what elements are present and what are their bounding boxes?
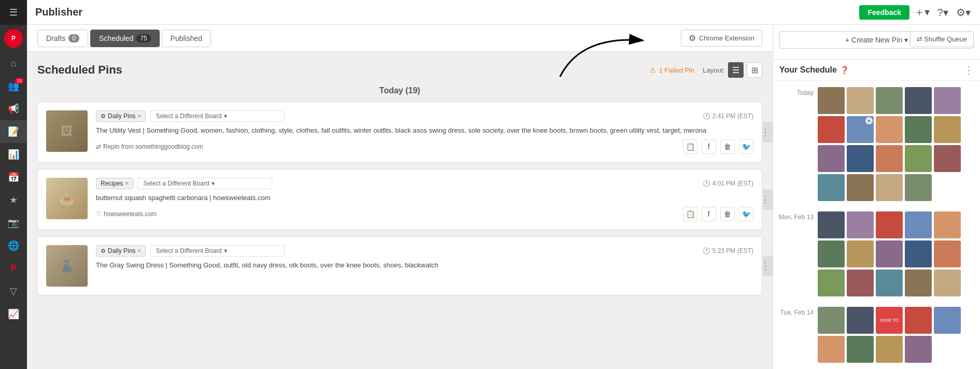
schedule-thumb[interactable] (934, 145, 961, 172)
shuffle-queue-button[interactable]: ⇄ Shuffle Queue (910, 31, 974, 47)
clock-icon: 🕐 (703, 180, 710, 187)
schedule-thumb[interactable] (876, 174, 903, 201)
schedule-thumb[interactable] (905, 174, 932, 201)
sidebar-item-network[interactable]: 🌐 (0, 234, 27, 257)
board-tag[interactable]: ⚙ Daily Pins × (96, 110, 146, 122)
sidebar-item-analytics[interactable]: 📊 (0, 143, 27, 166)
schedule-thumb[interactable] (934, 269, 961, 296)
pin-image: 🍝 (46, 178, 88, 219)
people-badge: 33 (15, 78, 24, 84)
copy-button[interactable]: 📋 (683, 139, 697, 154)
schedule-thumb[interactable] (876, 240, 903, 267)
twitter-share-button[interactable]: 🐦 (739, 139, 753, 154)
day-thumbnails-tue: HOW TO (818, 307, 976, 363)
remove-board-button[interactable]: × (137, 112, 141, 120)
schedule-thumb[interactable] (847, 87, 874, 114)
pin-image: 🖼 (46, 110, 88, 152)
pins-content: Scheduled Pins ⚠ 1 Failed Pin Layout: ☰ (27, 52, 773, 312)
schedule-thumb[interactable] (905, 336, 932, 363)
remove-board-button[interactable]: × (125, 180, 129, 187)
schedule-thumb[interactable] (818, 174, 845, 201)
select-board-button-2[interactable]: Select a Different Board ▾ (137, 178, 272, 189)
failed-pin-badge[interactable]: ⚠ 1 Failed Pin (650, 66, 695, 74)
drag-handle[interactable]: ⋮⋮ (763, 256, 773, 276)
settings-button[interactable]: ⚙▾ (955, 4, 972, 21)
schedule-thumb[interactable] (818, 307, 845, 334)
schedule-thumb[interactable] (818, 240, 845, 267)
sidebar-item-instagram[interactable]: 📷 (0, 211, 27, 234)
schedule-thumb[interactable] (818, 269, 845, 296)
schedule-thumb[interactable] (934, 240, 961, 267)
board-tag[interactable]: Recipes × (96, 178, 133, 189)
remove-board-button[interactable]: × (137, 247, 141, 254)
schedule-thumb[interactable] (905, 87, 932, 114)
schedule-thumb[interactable] (905, 211, 932, 238)
copy-button[interactable]: 📋 (683, 207, 697, 221)
schedule-thumb[interactable] (847, 211, 874, 238)
sidebar-item-campaigns[interactable]: 📢 (0, 97, 27, 120)
schedule-thumb[interactable] (847, 174, 874, 201)
schedule-thumb[interactable] (847, 307, 874, 334)
schedule-thumb[interactable] (876, 116, 903, 143)
twitter-share-button[interactable]: 🐦 (739, 207, 753, 221)
schedule-thumb[interactable] (905, 269, 932, 296)
add-icon: ＋▾ (914, 5, 930, 19)
sidebar-item-pinterest[interactable]: P (0, 257, 27, 280)
schedule-thumb[interactable] (934, 211, 961, 238)
schedule-thumb[interactable] (876, 211, 903, 238)
schedule-thumb[interactable] (934, 307, 961, 334)
schedule-thumb[interactable] (876, 145, 903, 172)
schedule-thumb[interactable]: + (847, 116, 874, 143)
schedule-thumb[interactable] (934, 116, 961, 143)
sidebar-item-people[interactable]: 👥 33 (0, 75, 27, 97)
sidebar-item-calendar[interactable]: 📅 (0, 166, 27, 189)
schedule-thumb[interactable] (847, 145, 874, 172)
more-options-button[interactable]: ⋮ (963, 64, 974, 76)
select-board-button-1[interactable]: Select a Different Board ▾ (150, 110, 285, 122)
facebook-share-button[interactable]: f (702, 139, 716, 154)
schedule-thumb[interactable] (876, 87, 903, 114)
sidebar-item-favorites[interactable]: ★ (0, 189, 27, 211)
schedule-thumb[interactable] (905, 145, 932, 172)
schedule-thumb[interactable] (818, 211, 845, 238)
select-board-button-3[interactable]: Select a Different Board ▾ (150, 245, 285, 257)
schedule-day-row-today: Today + (773, 85, 980, 203)
sidebar-item-publisher[interactable]: 📝 (0, 120, 27, 143)
board-tag[interactable]: ⚙ Daily Pins × (96, 245, 146, 257)
schedule-thumb[interactable] (905, 240, 932, 267)
schedule-thumb[interactable] (818, 145, 845, 172)
tab-drafts[interactable]: Drafts 0 (37, 30, 88, 47)
tab-scheduled[interactable]: Scheduled 75 (90, 30, 160, 47)
schedule-thumb[interactable] (818, 116, 845, 143)
tab-published[interactable]: Published (162, 30, 212, 47)
schedule-thumb[interactable] (847, 336, 874, 363)
feedback-button[interactable]: Feedback (859, 5, 909, 20)
layout-grid-button[interactable]: ⊞ (747, 62, 762, 78)
trash-button[interactable]: 🗑 (720, 207, 735, 221)
drag-handle[interactable]: ⋮⋮ (763, 122, 773, 143)
layout-label: Layout: (703, 66, 725, 74)
sidebar-item-filter[interactable]: ▽ (0, 280, 27, 303)
schedule-thumb[interactable] (847, 240, 874, 267)
schedule-thumb[interactable] (818, 336, 845, 363)
sidebar-item-trends[interactable]: 📈 (0, 303, 27, 325)
schedule-thumb[interactable] (876, 336, 903, 363)
facebook-share-button[interactable]: f (702, 207, 716, 221)
schedule-thumb[interactable] (876, 269, 903, 296)
drag-handle[interactable]: ⋮⋮ (763, 189, 773, 210)
sidebar-menu-button[interactable]: ☰ (0, 0, 27, 25)
add-button[interactable]: ＋▾ (914, 4, 930, 21)
sidebar-item-home[interactable]: ⌂ (0, 52, 27, 75)
schedule-thumb[interactable] (847, 269, 874, 296)
chrome-extension-button[interactable]: ⚙ Chrome Extension (681, 30, 762, 47)
trash-button[interactable]: 🗑 (720, 139, 735, 154)
schedule-thumb[interactable] (905, 116, 932, 143)
schedule-thumb[interactable] (934, 87, 961, 114)
avatar[interactable]: P (4, 29, 23, 48)
layout-list-button[interactable]: ☰ (728, 62, 744, 78)
schedule-thumb[interactable] (818, 87, 845, 114)
schedule-thumb[interactable]: HOW TO (876, 307, 903, 334)
help-button[interactable]: ?▾ (934, 4, 951, 21)
schedule-thumb[interactable] (905, 307, 932, 334)
trends-icon: 📈 (8, 308, 19, 320)
